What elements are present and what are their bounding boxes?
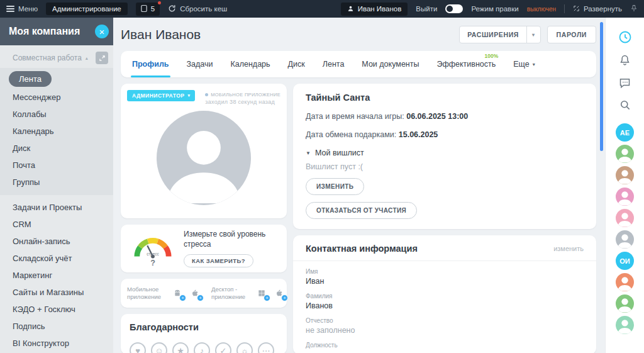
search-icon[interactable] (616, 96, 635, 115)
status-dot-icon (205, 93, 208, 96)
wishlist-toggle[interactable]: ▼ Мой вишлист (306, 148, 584, 157)
sidebar-item-collabs[interactable]: Коллабы (0, 106, 113, 123)
chevron-down-icon[interactable]: ▾ (526, 26, 540, 43)
avatar-person[interactable] (616, 145, 634, 163)
avatar-person[interactable] (616, 273, 634, 291)
pin-icon[interactable] (630, 4, 638, 13)
tab-efficiency[interactable]: Эффективность100% (436, 51, 496, 77)
avatar-initials[interactable]: ОИ (616, 252, 634, 270)
expand-button[interactable]: Развернуть (573, 5, 622, 13)
tab-more[interactable]: Еще▾ (513, 51, 535, 77)
profile-avatar[interactable] (157, 111, 251, 205)
tab-calendar[interactable]: Календарь (230, 51, 270, 77)
sidebar-item-kedo[interactable]: КЭДО + Госключ (0, 301, 113, 318)
sidebar-item-tasks[interactable]: Задачи и Проекты (0, 199, 113, 216)
sidebar-item-mail[interactable]: Почта (0, 157, 113, 174)
sidebar-item-calendar[interactable]: Календарь (0, 123, 113, 140)
avatar-initials[interactable]: АЕ (616, 123, 634, 142)
thanks-card: Благодарности ♥☺★♪✓☼⋯ (121, 314, 287, 353)
sidebar-item-messenger[interactable]: Мессенджер (0, 89, 113, 106)
apple-icon[interactable]: + (189, 287, 201, 300)
tab-disk[interactable]: Диск (288, 51, 305, 77)
mobile-app-status: МОБИЛЬНОЕ ПРИЛОЖЕНИЕ заходил 38 секунд н… (205, 90, 280, 107)
sidebar-group-items: ЛентаМессенджерКоллабыКалендарьДискПочта… (0, 68, 113, 195)
tab-documents[interactable]: Мои документы (362, 51, 419, 77)
thanks-icon[interactable]: ★ (172, 342, 189, 353)
decline-participation-button[interactable]: ОТКАЗАТЬСЯ ОТ УЧАСТИЯ (306, 202, 417, 219)
company-name: Моя компания (9, 26, 80, 37)
edit-mode-toggle[interactable] (445, 4, 463, 13)
avatar-person[interactable] (616, 294, 634, 313)
passwords-label: ПАРОЛИ (557, 31, 587, 38)
reset-cache-button[interactable]: Сбросить кеш (168, 4, 227, 14)
avatar-person[interactable] (616, 230, 634, 249)
santa-start-line: Дата и время начала игры: 06.06.2025 13:… (306, 112, 584, 121)
sidebar-item-lenta[interactable]: Лента (9, 71, 52, 87)
stress-card-right: Измерьте свой уровень стресса КАК ЗАМЕРИ… (184, 230, 279, 267)
main-content: Иван Иванов РАСШИРЕНИЯ ▾ ПАРОЛИ ПрофильЗ… (113, 18, 605, 353)
passwords-button[interactable]: ПАРОЛИ (547, 26, 596, 43)
dock-icon[interactable] (96, 52, 108, 64)
apple-icon[interactable]: + (273, 287, 286, 300)
avatar-person[interactable] (616, 209, 634, 227)
tab-label: Лента (323, 60, 345, 69)
edit-contact-link[interactable]: изменить (553, 245, 584, 252)
vertical-scrollbar[interactable] (600, 22, 603, 151)
wishlist-empty-text: Вишлист пуст :( (306, 162, 584, 171)
chat-icon[interactable] (616, 73, 635, 92)
thanks-icon[interactable]: ⋯ (258, 342, 274, 353)
sidebar-item-booking[interactable]: Онлайн-запись (0, 233, 113, 250)
sidebar-item-sites[interactable]: Сайты и Магазины (0, 284, 113, 301)
right-column: Тайный Санта Дата и время начала игры: 0… (293, 84, 596, 353)
thanks-icon[interactable]: ♥ (130, 342, 146, 353)
contact-title: Контактная информация (306, 244, 418, 254)
wishlist-label: Мой вишлист (315, 148, 364, 157)
sidebar-item-crm[interactable]: CRM (0, 216, 113, 233)
extensions-label: РАСШИРЕНИЯ (460, 26, 526, 43)
mobile-app-block-label: Мобильное приложение (127, 286, 166, 301)
topbar: Меню Администрирование 5 Сбросить кеш Ив… (0, 0, 644, 18)
phone-button[interactable]: 5 (136, 3, 160, 16)
role-badge[interactable]: АДМИНИСТРАТОР ▾ (127, 90, 195, 101)
thanks-icon[interactable]: ☼ (236, 342, 253, 353)
tab-tasks[interactable]: Задачи (187, 51, 213, 77)
santa-exchange-value: 15.06.2025 (399, 130, 438, 139)
sidebar-item-disk[interactable]: Диск (0, 140, 113, 157)
field-label: Отчество (306, 317, 584, 324)
tab-profile[interactable]: Профиль (132, 51, 169, 77)
avatar-person[interactable] (616, 316, 634, 334)
sidebar-item-marketing[interactable]: Маркетинг (0, 267, 113, 284)
sidebar-item-sign[interactable]: Подпись (0, 318, 113, 335)
sidebar-item-bi[interactable]: BI Конструктор (0, 335, 113, 352)
history-icon[interactable] (616, 28, 635, 47)
windows-icon[interactable]: + (255, 287, 268, 300)
android-icon[interactable]: + (171, 287, 184, 300)
extensions-button[interactable]: РАСШИРЕНИЯ ▾ (459, 26, 540, 43)
thanks-icon[interactable]: ✓ (215, 342, 231, 353)
user-button[interactable]: Иван Иванов (341, 3, 408, 16)
menu-label: Меню (18, 5, 38, 13)
avatar-person[interactable] (616, 188, 634, 206)
sidebar-item-inventory[interactable]: Складской учёт (0, 250, 113, 267)
menu-button[interactable]: Меню (6, 5, 38, 13)
bell-icon[interactable] (616, 50, 635, 69)
logout-button[interactable]: Выйти (416, 5, 437, 13)
notification-dot (158, 1, 161, 4)
sidebar-group-head[interactable]: Совместная работа ▴ (0, 45, 113, 68)
close-icon[interactable]: × (95, 25, 109, 38)
edit-wishlist-button[interactable]: ИЗМЕНИТЬ (306, 178, 364, 195)
tab-feed[interactable]: Лента (323, 51, 345, 77)
apps-card: Мобильное приложение + + Десктоп - прило… (121, 279, 287, 308)
sidebar-item-groups[interactable]: Группы (0, 174, 113, 191)
thanks-icon[interactable]: ♪ (194, 342, 210, 353)
avatar-person[interactable] (616, 166, 634, 184)
tab-label: Профиль (132, 60, 169, 69)
admin-button[interactable]: Администрирование (46, 3, 128, 15)
how-to-measure-button[interactable]: КАК ЗАМЕРИТЬ? (184, 254, 253, 267)
thanks-icon[interactable]: ☺ (151, 342, 167, 353)
contact-card-header: Контактная информация изменить (306, 244, 584, 254)
tab-label: Мои документы (362, 60, 419, 69)
gauge-question: ? (150, 259, 155, 267)
toggle-knob (447, 6, 453, 12)
page-header: Иван Иванов РАСШИРЕНИЯ ▾ ПАРОЛИ (121, 26, 596, 43)
